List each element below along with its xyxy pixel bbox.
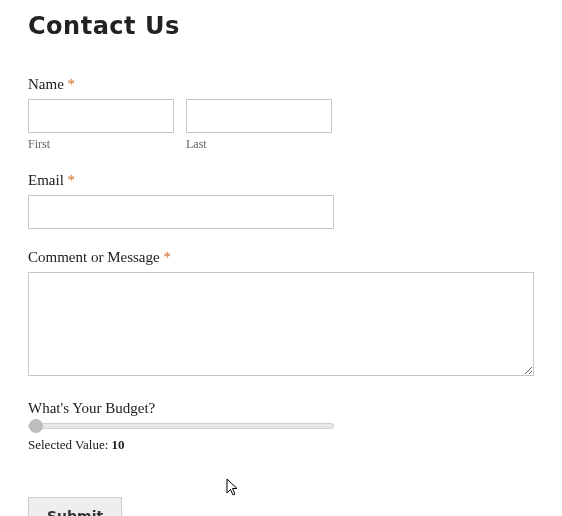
message-label-text: Comment or Message bbox=[28, 249, 160, 265]
email-input[interactable] bbox=[28, 195, 334, 229]
email-label-text: Email bbox=[28, 172, 64, 188]
submit-button[interactable]: Submit bbox=[28, 497, 122, 516]
email-label: Email * bbox=[28, 172, 534, 189]
message-textarea[interactable] bbox=[28, 272, 534, 376]
budget-slider[interactable] bbox=[28, 423, 334, 429]
email-field: Email * bbox=[28, 172, 534, 229]
first-name-sublabel: First bbox=[28, 137, 174, 152]
slider-thumb[interactable] bbox=[29, 419, 43, 433]
first-name-input[interactable] bbox=[28, 99, 174, 133]
name-label: Name * bbox=[28, 76, 534, 93]
page-title: Contact Us bbox=[28, 12, 534, 40]
name-field: Name * First Last bbox=[28, 76, 534, 152]
selected-value-number: 10 bbox=[112, 437, 125, 452]
last-name-input[interactable] bbox=[186, 99, 332, 133]
selected-value-label: Selected Value: bbox=[28, 437, 112, 452]
last-name-sublabel: Last bbox=[186, 137, 332, 152]
budget-field: What's Your Budget? Selected Value: 10 bbox=[28, 400, 534, 453]
message-field: Comment or Message * bbox=[28, 249, 534, 380]
message-label: Comment or Message * bbox=[28, 249, 534, 266]
cursor-icon bbox=[226, 478, 242, 498]
budget-label: What's Your Budget? bbox=[28, 400, 534, 417]
name-label-text: Name bbox=[28, 76, 64, 92]
required-mark: * bbox=[68, 172, 76, 188]
slider-track bbox=[28, 423, 334, 429]
required-mark: * bbox=[163, 249, 171, 265]
budget-selected-value: Selected Value: 10 bbox=[28, 437, 534, 453]
required-mark: * bbox=[68, 76, 76, 92]
